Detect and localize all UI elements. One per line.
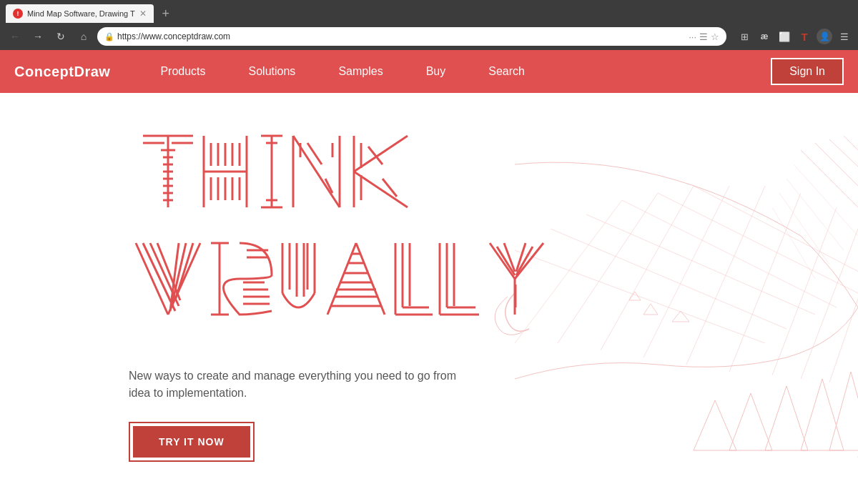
try-it-now-button[interactable]: TRY IT NOW — [133, 426, 250, 458]
nav-bar: ConceptDraw Products Solutions Samples B… — [0, 50, 858, 93]
hero-section: New ways to create and manage everything… — [0, 93, 858, 483]
hero-text-area: New ways to create and manage everything… — [129, 122, 593, 462]
svg-marker-1 — [729, 393, 772, 450]
svg-marker-2 — [765, 386, 808, 450]
reload-button[interactable]: ↻ — [51, 27, 70, 46]
url-text: https://www.conceptdraw.com — [117, 31, 230, 41]
t-icon[interactable]: T — [797, 29, 812, 44]
svg-line-58 — [136, 243, 168, 315]
think-visually-text — [129, 122, 593, 350]
home-button[interactable]: ⌂ — [74, 27, 93, 46]
more-options-icon[interactable]: ··· — [689, 31, 696, 42]
tab-close-button[interactable]: ✕ — [139, 9, 147, 19]
try-btn-wrapper: TRY IT NOW — [129, 422, 255, 462]
back-button[interactable]: ← — [6, 27, 24, 46]
extensions-icon[interactable]: ⊞ — [736, 29, 752, 44]
svg-marker-0 — [694, 400, 736, 450]
signin-button[interactable]: Sign In — [771, 58, 844, 85]
nav-buy[interactable]: Buy — [405, 50, 468, 93]
reader-view-icon[interactable]: ☰ — [699, 31, 708, 42]
tab-bar: ! Mind Map Software, Drawing T ✕ + — [0, 0, 858, 23]
new-tab-button[interactable]: + — [157, 4, 175, 23]
toolbar-right: ⊞ æ ⬜ T 👤 ☰ — [736, 29, 852, 44]
svg-line-103 — [497, 247, 515, 275]
nav-solutions[interactable]: Solutions — [227, 50, 317, 93]
svg-marker-4 — [829, 372, 858, 450]
active-tab[interactable]: ! Mind Map Software, Drawing T ✕ — [6, 4, 154, 23]
svg-line-57 — [383, 179, 397, 197]
nav-products[interactable]: Products — [139, 50, 227, 93]
svg-marker-7 — [672, 311, 689, 322]
star-icon[interactable]: ☆ — [711, 31, 719, 42]
forward-button[interactable]: → — [29, 27, 47, 46]
menu-icon[interactable]: ☰ — [837, 29, 852, 44]
tab-title: Mind Map Software, Drawing T — [27, 9, 135, 18]
svg-marker-6 — [644, 304, 658, 315]
nav-samples[interactable]: Samples — [317, 50, 404, 93]
nav-search[interactable]: Search — [467, 50, 546, 93]
svg-marker-3 — [801, 379, 844, 450]
split-view-icon[interactable]: ⬜ — [776, 29, 792, 44]
site-logo[interactable]: ConceptDraw — [14, 64, 110, 80]
address-bar[interactable]: 🔒 https://www.conceptdraw.com ··· ☰ ☆ — [97, 27, 726, 46]
tab-favicon: ! — [13, 9, 23, 19]
website: ConceptDraw Products Solutions Samples B… — [0, 50, 858, 483]
lock-icon: 🔒 — [104, 32, 114, 41]
nav-links: Products Solutions Samples Buy Search — [139, 50, 771, 93]
hero-tagline: New ways to create and manage everything… — [129, 367, 472, 402]
address-bar-row: ← → ↻ ⌂ 🔒 https://www.conceptdraw.com ··… — [0, 23, 858, 50]
ae-icon[interactable]: æ — [756, 29, 772, 44]
profile-icon[interactable]: 👤 — [817, 29, 832, 44]
svg-marker-8 — [629, 292, 641, 300]
